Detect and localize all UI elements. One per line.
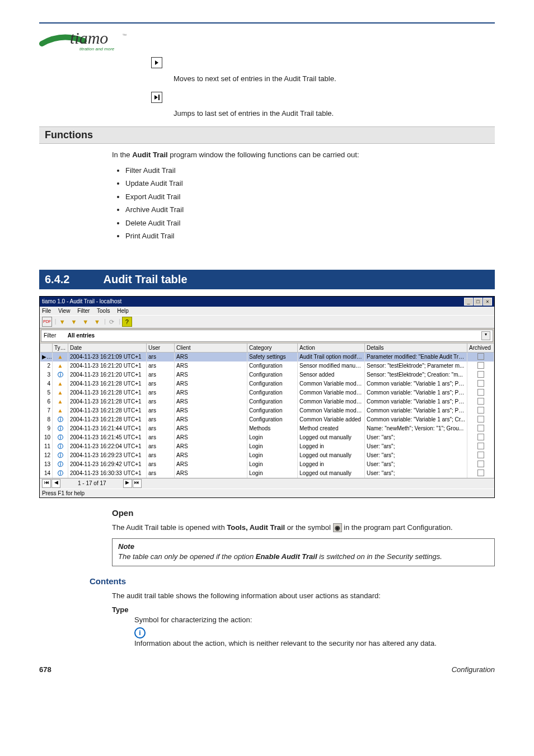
window-buttons[interactable]: _□× <box>463 298 492 306</box>
row-archived[interactable] <box>467 406 494 415</box>
pager-prev-icon[interactable]: ◀ <box>51 479 60 488</box>
row-date: 2004-11-23 16:21:20 UTC+1 <box>68 370 147 379</box>
row-archived[interactable] <box>467 379 494 388</box>
row-user: ars <box>147 433 175 442</box>
last-set-desc: Jumps to last set of entries in the Audi… <box>174 109 495 119</box>
table-row[interactable]: 9ⓘ2004-11-23 16:21:44 UTC+1arsARSMethods… <box>40 424 494 433</box>
row-user: ars <box>147 388 175 397</box>
row-number: 14 <box>40 469 53 478</box>
col-archived[interactable]: Archived <box>467 343 494 352</box>
row-category: Configuration <box>247 370 298 379</box>
filter-icon[interactable]: ▼ <box>69 317 78 326</box>
table-row[interactable]: 3ⓘ2004-11-23 16:21:20 UTC+1arsARSConfigu… <box>40 370 494 379</box>
next-set-desc: Moves to next set of entries in the Audi… <box>174 74 495 84</box>
table-row[interactable]: 14ⓘ2004-11-23 16:30:33 UTC+1arsARSLoginL… <box>40 469 494 478</box>
contents-intro: The audit trail table shows the followin… <box>112 590 495 602</box>
row-action: Common Variable modified ... <box>298 388 365 397</box>
pager-next-icon[interactable]: ▶ <box>123 479 132 488</box>
row-number: 5 <box>40 388 53 397</box>
col-category[interactable]: Category <box>247 343 298 352</box>
row-category: Configuration <box>247 361 298 370</box>
col-date[interactable]: Date <box>68 343 147 352</box>
row-user: ars <box>147 442 175 451</box>
row-date: 2004-11-23 16:21:20 UTC+1 <box>68 361 147 370</box>
row-archived[interactable] <box>467 460 494 469</box>
audit-trail-window-screenshot: tiamo 1.0 - Audit Trail - localhost _□× … <box>39 296 495 498</box>
col-details[interactable]: Details <box>365 343 467 352</box>
col-client[interactable]: Client <box>175 343 247 352</box>
row-date: 2004-11-23 16:21:44 UTC+1 <box>68 424 147 433</box>
row-archived[interactable] <box>467 469 494 478</box>
pager-range: 1 - 17 of 17 <box>78 480 106 486</box>
menu-file[interactable]: File <box>42 308 51 314</box>
row-archived[interactable] <box>467 424 494 433</box>
row-archived[interactable] <box>467 397 494 406</box>
row-archived[interactable] <box>467 415 494 424</box>
menu-filter[interactable]: Filter <box>77 308 90 314</box>
note-box: Note The table can only be opened if the… <box>112 538 495 566</box>
refresh-icon[interactable]: ⟳ <box>107 317 116 326</box>
col-type[interactable]: Type <box>53 343 68 352</box>
table-row[interactable]: 12ⓘ2004-11-23 16:29:23 UTC+1arsARSLoginL… <box>40 451 494 460</box>
col-rownum[interactable] <box>40 343 53 352</box>
functions-intro: In the Audit Trail program window the fo… <box>112 149 495 161</box>
row-category: Login <box>247 451 298 460</box>
table-row[interactable]: 10ⓘ2004-11-23 16:21:45 UTC+1arsARSLoginL… <box>40 433 494 442</box>
help-icon[interactable]: ? <box>122 317 132 327</box>
func-item: Update Audit Trail <box>125 178 495 189</box>
row-client: ARS <box>175 451 247 460</box>
pager-last-icon[interactable]: ⏭ <box>133 479 142 488</box>
row-archived[interactable] <box>467 388 494 397</box>
menu-tools[interactable]: Tools <box>97 308 110 314</box>
row-archived[interactable] <box>467 352 494 361</box>
row-user: ars <box>147 406 175 415</box>
col-user[interactable]: User <box>147 343 175 352</box>
filter-bar[interactable]: Filter All entries ▾ <box>41 330 493 342</box>
func-item: Print Audit Trail <box>125 231 495 242</box>
pager-bar[interactable]: ⏮ ◀ 1 - 17 of 17 ▶ ⏭ <box>40 478 494 489</box>
table-row[interactable]: ▶ 1▲2004-11-23 16:21:09 UTC+1arsARSSafet… <box>40 352 494 361</box>
row-type-icon: ▲ <box>53 352 68 361</box>
row-type-icon: ▲ <box>53 397 68 406</box>
table-header-row[interactable]: Type Date User Client Category Action De… <box>40 343 494 352</box>
menu-bar[interactable]: File View Filter Tools Help <box>40 307 494 315</box>
filter-icon[interactable]: ▼ <box>81 317 90 326</box>
filter-dropdown-icon[interactable]: ▾ <box>481 331 490 340</box>
row-archived[interactable] <box>467 451 494 460</box>
svg-text:tiamo: tiamo <box>70 29 108 47</box>
row-number: 10 <box>40 433 53 442</box>
row-date: 2004-11-23 16:22:04 UTC+1 <box>68 442 147 451</box>
table-row[interactable]: 6▲2004-11-23 16:21:28 UTC+1arsARSConfigu… <box>40 397 494 406</box>
table-row[interactable]: 5▲2004-11-23 16:21:28 UTC+1arsARSConfigu… <box>40 388 494 397</box>
table-row[interactable]: 4▲2004-11-23 16:21:28 UTC+1arsARSConfigu… <box>40 379 494 388</box>
row-archived[interactable] <box>467 433 494 442</box>
pager-first-icon[interactable]: ⏮ <box>42 479 51 488</box>
table-row[interactable]: 7▲2004-11-23 16:21:28 UTC+1arsARSConfigu… <box>40 406 494 415</box>
table-row[interactable]: 11ⓘ2004-11-23 16:22:04 UTC+1arsARSLoginL… <box>40 442 494 451</box>
row-action: Logged out manually <box>298 469 365 478</box>
menu-view[interactable]: View <box>58 308 71 314</box>
row-client: ARS <box>175 442 247 451</box>
svg-text:titration and more: titration and more <box>79 46 115 51</box>
top-rule <box>39 22 495 24</box>
filter-icon[interactable]: ▼ <box>58 317 67 326</box>
note-body: The table can only be opened if the opti… <box>118 552 489 562</box>
filter-icon[interactable]: ▼ <box>93 317 102 326</box>
table-row[interactable]: 13ⓘ2004-11-23 16:29:42 UTC+1arsARSLoginL… <box>40 460 494 469</box>
table-row[interactable]: 2▲2004-11-23 16:21:20 UTC+1arsARSConfigu… <box>40 361 494 370</box>
audit-trail-table[interactable]: Type Date User Client Category Action De… <box>40 343 494 478</box>
col-action[interactable]: Action <box>298 343 365 352</box>
row-action: Logged out manually <box>298 451 365 460</box>
row-archived[interactable] <box>467 370 494 379</box>
row-client: ARS <box>175 370 247 379</box>
menu-help[interactable]: Help <box>117 308 129 314</box>
row-archived[interactable] <box>467 361 494 370</box>
info-text: Information about the action, which is n… <box>134 638 495 649</box>
pdf-icon[interactable]: PDF <box>42 317 52 327</box>
toolbar[interactable]: PDF | ▼ ▼ ▼ ▼ | ⟳ | ? <box>40 315 494 328</box>
row-details: Sensor: "testElektrode"; Parameter m... <box>365 361 467 370</box>
table-row[interactable]: 8ⓘ2004-11-23 16:21:28 UTC+1arsARSConfigu… <box>40 415 494 424</box>
func-item: Delete Audit Trail <box>125 218 495 229</box>
row-archived[interactable] <box>467 442 494 451</box>
row-number: 6 <box>40 397 53 406</box>
